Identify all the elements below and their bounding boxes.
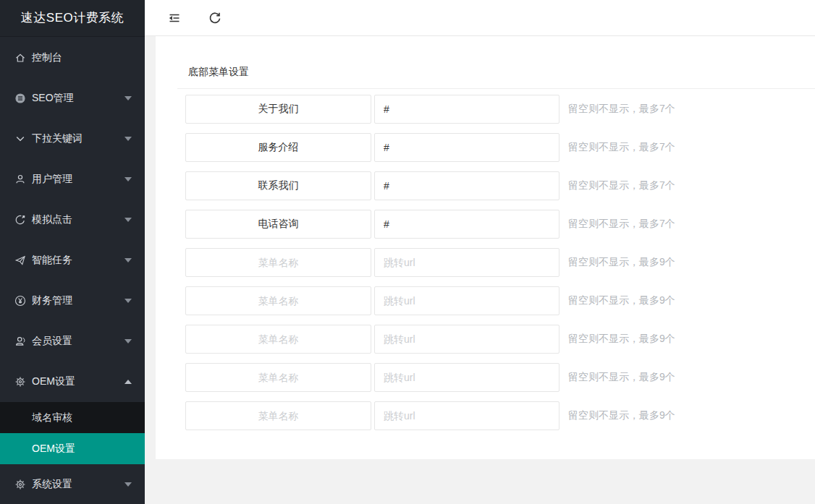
- sidebar-item-label: 财务管理: [32, 294, 124, 307]
- chevron-down-icon: [124, 339, 132, 343]
- menu-row-8: 留空则不显示，最多9个: [185, 363, 815, 392]
- topbar: [145, 0, 815, 36]
- chevron-down-icon: [124, 482, 132, 487]
- seo-list-icon: [14, 93, 26, 105]
- send-icon: [14, 255, 26, 267]
- refresh-icon[interactable]: [207, 10, 223, 26]
- menu-url-input[interactable]: [374, 363, 559, 392]
- menu-row-7: 留空则不显示，最多9个: [185, 325, 815, 354]
- row-hint: 留空则不显示，最多7个: [568, 179, 675, 192]
- row-hint: 留空则不显示，最多9个: [568, 256, 675, 269]
- sidebar-item-label: OEM设置: [32, 375, 124, 388]
- sidebar-menu: 控制台 SEO管理 下拉关键词 用户管理: [0, 36, 145, 504]
- home-icon: [14, 52, 26, 64]
- menu-name-input[interactable]: [185, 133, 371, 162]
- collapse-sidebar-button[interactable]: [166, 10, 182, 26]
- menu-name-input[interactable]: [185, 171, 371, 200]
- sidebar-item-member-settings[interactable]: 会员设置: [0, 321, 145, 362]
- sidebar-item-finance[interactable]: 财务管理: [0, 281, 145, 321]
- sidebar-subitem-domain-review[interactable]: 域名审核: [0, 402, 145, 433]
- sidebar-item-label: 会员设置: [32, 335, 124, 348]
- sidebar-item-label: 用户管理: [32, 173, 124, 186]
- main-area: 底部菜单设置 留空则不显示，最多7个 留空则不显示，最多7个 留空则不显示，最多…: [145, 0, 815, 504]
- sidebar: 速达SEO计费系统 控制台 SEO管理 下拉关键词: [0, 0, 145, 504]
- sidebar-item-oem-settings[interactable]: OEM设置: [0, 362, 145, 402]
- user-icon: [14, 174, 26, 186]
- row-hint: 留空则不显示，最多7个: [568, 103, 675, 116]
- sidebar-item-label: 智能任务: [32, 254, 124, 267]
- menu-row-2: 留空则不显示，最多7个: [185, 133, 815, 162]
- menu-name-input[interactable]: [185, 325, 371, 354]
- sidebar-item-dropdown-keywords[interactable]: 下拉关键词: [0, 119, 145, 159]
- chevron-down-icon: [124, 218, 132, 222]
- sidebar-subitem-label: 域名审核: [32, 411, 72, 424]
- row-hint: 留空则不显示，最多7个: [568, 218, 675, 231]
- gear-icon: [14, 376, 26, 388]
- menu-name-input[interactable]: [185, 248, 371, 277]
- menu-url-input[interactable]: [374, 286, 559, 315]
- menu-row-4: 留空则不显示，最多7个: [185, 210, 815, 239]
- sidebar-item-label: SEO管理: [32, 92, 124, 105]
- sidebar-item-smart-tasks[interactable]: 智能任务: [0, 240, 145, 281]
- chevron-down-icon: [124, 137, 132, 141]
- menu-row-5: 留空则不显示，最多9个: [185, 248, 815, 277]
- sidebar-item-simulated-click[interactable]: 模拟点击: [0, 200, 145, 240]
- page-title: 底部菜单设置: [177, 36, 815, 89]
- chevron-icon: [14, 133, 26, 145]
- chevron-up-icon: [124, 380, 132, 384]
- menu-row-1: 留空则不显示，最多7个: [185, 95, 815, 124]
- menu-url-input[interactable]: [374, 171, 559, 200]
- row-hint: 留空则不显示，最多9个: [568, 371, 675, 384]
- menu-name-input[interactable]: [185, 95, 371, 124]
- menu-name-input[interactable]: [185, 210, 371, 239]
- chevron-down-icon: [124, 96, 132, 101]
- menu-url-input[interactable]: [374, 95, 559, 124]
- menu-row-9: 留空则不显示，最多9个: [185, 401, 815, 430]
- sidebar-subitem-label: OEM设置: [32, 443, 75, 456]
- menu-row-6: 留空则不显示，最多9个: [185, 286, 815, 315]
- chevron-down-icon: [124, 258, 132, 262]
- sidebar-item-label: 系统设置: [32, 478, 124, 491]
- gear-icon: [14, 479, 26, 491]
- sidebar-item-console[interactable]: 控制台: [0, 38, 145, 78]
- bottom-menu-form: 留空则不显示，最多7个 留空则不显示，最多7个 留空则不显示，最多7个 留空则不…: [156, 89, 815, 430]
- sidebar-item-user-management[interactable]: 用户管理: [0, 159, 145, 200]
- menu-name-input[interactable]: [185, 401, 371, 430]
- click-icon: [14, 214, 26, 226]
- row-hint: 留空则不显示，最多7个: [568, 141, 675, 154]
- sidebar-item-system-settings[interactable]: 系统设置: [0, 464, 145, 504]
- sidebar-item-seo[interactable]: SEO管理: [0, 78, 145, 119]
- sidebar-item-label: 模拟点击: [32, 213, 124, 226]
- settings-card: 底部菜单设置 留空则不显示，最多7个 留空则不显示，最多7个 留空则不显示，最多…: [156, 36, 815, 459]
- menu-name-input[interactable]: [185, 363, 371, 392]
- menu-url-input[interactable]: [374, 325, 559, 354]
- menu-url-input[interactable]: [374, 133, 559, 162]
- app-title: 速达SEO计费系统: [0, 0, 145, 36]
- row-hint: 留空则不显示，最多9个: [568, 294, 675, 307]
- row-hint: 留空则不显示，最多9个: [568, 409, 675, 422]
- menu-url-input[interactable]: [374, 210, 559, 239]
- member-icon: [14, 336, 26, 348]
- menu-url-input[interactable]: [374, 401, 559, 430]
- sidebar-subitem-oem-settings[interactable]: OEM设置: [0, 433, 145, 464]
- sidebar-submenu-oem: 域名审核 OEM设置: [0, 402, 145, 464]
- menu-url-input[interactable]: [374, 248, 559, 277]
- yen-circle-icon: [14, 295, 26, 307]
- chevron-down-icon: [124, 177, 132, 181]
- sidebar-item-label: 下拉关键词: [32, 132, 124, 145]
- content: 底部菜单设置 留空则不显示，最多7个 留空则不显示，最多7个 留空则不显示，最多…: [145, 36, 815, 503]
- row-hint: 留空则不显示，最多9个: [568, 333, 675, 346]
- menu-row-3: 留空则不显示，最多7个: [185, 171, 815, 200]
- menu-name-input[interactable]: [185, 286, 371, 315]
- sidebar-item-label: 控制台: [32, 51, 132, 64]
- chevron-down-icon: [124, 299, 132, 303]
